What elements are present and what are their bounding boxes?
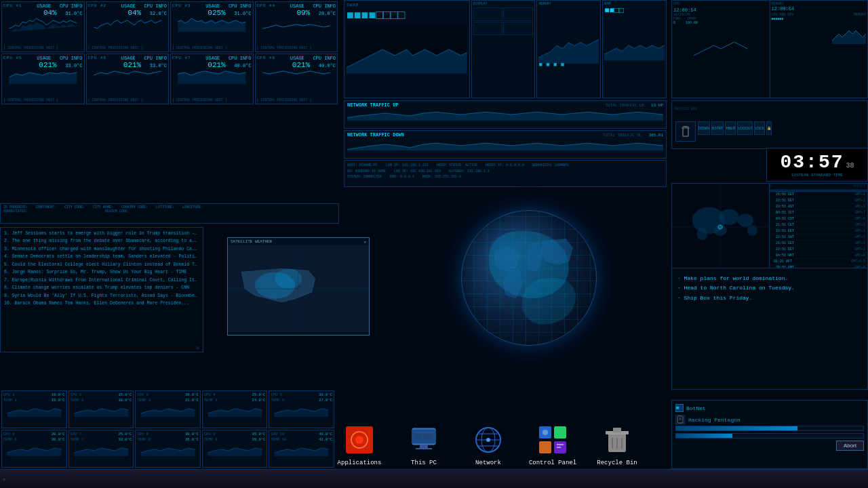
taskbar: ▶: [0, 469, 868, 488]
temp-row-0-1-1: TEMP 2 18.0°C: [71, 398, 132, 403]
temp-graph-0-0: [3, 403, 65, 417]
icon-img-applications: [342, 423, 376, 457]
cpu1-label: CPU #1: [3, 3, 22, 8]
cpu3-label: CPU #3: [172, 3, 191, 8]
temp-label-1-4-1: TEMP 10: [271, 437, 286, 442]
svg-marker-30: [7, 409, 61, 417]
satellite-map: [228, 245, 369, 332]
desktop-icon-control-panel[interactable]: Control Panel: [526, 423, 580, 466]
svg-rect-46: [416, 448, 432, 449]
hack-bar-2: [676, 434, 732, 438]
network-up-label: NETWORK TRAFFIC UP: [347, 102, 399, 108]
temp-graph-0-3: [204, 403, 266, 417]
svg-marker-31: [74, 409, 128, 417]
network-icon-svg: [471, 423, 505, 457]
temp-val-1-4-0: 40.0°C: [319, 432, 332, 436]
temp-row-1-2-1: TEMP 8 36.0°C: [137, 437, 199, 442]
cpu2-footer: [ CENTRAL PROCESSING UNIT ]: [88, 46, 143, 50]
cpu8-stats: USAGE CPU INFO021% 40.0°C: [290, 56, 336, 69]
swap-graph: [347, 22, 467, 77]
temp-label-1-0-0: CPU 6: [3, 432, 15, 436]
cpu4-stats: USAGE CPU INFO09% 28.0°C: [290, 3, 336, 17]
hber-button[interactable]: HBER: [725, 121, 736, 135]
desktop: CPU #1 USAGE CPU INFO04% 31.0°C [ CENTRA…: [0, 0, 868, 488]
svg-point-18: [738, 214, 754, 227]
globe-container: [400, 210, 658, 346]
news-refresh[interactable]: ↻: [196, 344, 199, 350]
hack-progress-1: [675, 426, 864, 431]
temp-label-0-3-1: TEMP 4: [204, 398, 218, 403]
temp-graph-1-1: [71, 443, 132, 456]
swap-label: SWAP: [347, 3, 467, 7]
temp-row-1-0-1: TEMP 6 30.0°C: [3, 437, 65, 442]
news-item-8: 9. Syria Would Be 'Ally' If U.S. Fights …: [4, 293, 199, 299]
svg-point-27: [275, 268, 302, 289]
cpu-monitor-2: CPU #2 USAGE CPU INFO04% 32.0°C [ CENTRA…: [86, 1, 170, 52]
taskbar-start[interactable]: ▶: [0, 476, 9, 482]
rstrt-button[interactable]: RSTRT: [711, 121, 724, 135]
temp-val-0-3-1: 24.0°C: [252, 398, 266, 403]
temp-val-1-2-1: 36.0°C: [185, 437, 199, 442]
temp-label-1-2-1: TEMP 8: [137, 437, 151, 442]
hack-bar-1: [676, 426, 797, 430]
bottom-temp-0-1: CPU 2 15.0°C TEMP 2 18.0°C: [68, 390, 134, 428]
icon-label-applications: Applications: [338, 460, 382, 466]
svg-marker-12: [832, 30, 866, 44]
temp-row-1-4-1: TEMP 10 42.0°C: [271, 437, 332, 442]
cpu3-stats: USAGE CPU INFO025% 31.0°C: [205, 3, 251, 17]
svg-marker-39: [275, 448, 329, 456]
news-item-5: 6. Jorge Ramos: Surprise Us, Mr. Trump, …: [4, 270, 199, 275]
recycle-bin-icon-svg: [600, 423, 634, 457]
desktop-icon-recycle-bin[interactable]: Recycle Bin: [590, 423, 644, 466]
network-up-graph: [347, 108, 663, 121]
down-button[interactable]: DOWN: [698, 121, 710, 135]
network-panels: NETWORK TRAFFIC UP TOTAL TRAFFIC UP 13 U…: [344, 100, 667, 188]
desktop-icon-this-pc[interactable]: This PC: [397, 423, 451, 466]
news-panel: 1. Jeff Sessions starts to emerge with b…: [0, 227, 203, 352]
temp-row-0-4-1: TEMP 5 27.0°C: [271, 398, 332, 403]
lock-button[interactable]: LOCK: [754, 121, 765, 135]
svg-point-15: [719, 209, 739, 225]
globe-continents: [462, 211, 596, 345]
temp-row-1-4-0: CPU 10 40.0°C: [271, 432, 332, 436]
satellite-close[interactable]: ✕: [363, 239, 366, 245]
icon-label-control-panel: Control Panel: [529, 460, 576, 466]
desktop-icon-network[interactable]: Network: [461, 423, 515, 466]
world-minimap: [671, 183, 770, 271]
temp-graph-1-0: [3, 443, 65, 456]
cpu-monitor-4: CPU #4 USAGE CPU INFO09% 28.0°C [ CENTRA…: [255, 1, 338, 52]
cpu8-footer: [ CENTRAL PROCESSING UNIT ]: [257, 98, 312, 102]
news-item-1: 2. The one thing missing from the debate…: [4, 239, 199, 244]
temp-val-1-0-1: 30.0°C: [52, 437, 65, 442]
temp-val-0-1-1: 18.0°C: [118, 398, 132, 403]
cpu5-footer: [ CENTRAL PROCESSING UNIT ]: [3, 98, 58, 102]
cpu7-label: CPU #7: [172, 56, 191, 60]
abort-button[interactable]: Abort: [836, 441, 864, 451]
mem-mini-graph: [832, 17, 866, 44]
memory-graph: [538, 6, 599, 67]
temp-label-0-1-0: CPU 2: [71, 392, 82, 397]
total-traffic-up-val: 13 UP: [651, 103, 663, 108]
os-info: OS: WINDOWS 10 HOME LAN IP: 192.168.101.…: [347, 169, 490, 174]
temp-row-0-2-1: TEMP 3 21.0°C: [137, 398, 199, 403]
temp-row-0-1-0: CPU 2 15.0°C: [71, 392, 132, 397]
logout-button[interactable]: LOGOUT: [737, 121, 753, 135]
svg-point-19: [747, 225, 757, 236]
bottom-temp-1-1: CPU 7 25.0°C TEMP 7 33.0°C: [68, 430, 134, 468]
temp-val-0-0-1: 15.0°C: [52, 398, 65, 403]
botnet-title: ■ BotNet: [675, 404, 864, 412]
recycle-display: [675, 121, 696, 142]
temp-val-1-2-0: 30.0°C: [185, 432, 199, 436]
svg-rect-58: [539, 441, 551, 453]
satellite-title-text: SATELLITE WEATHER: [231, 239, 272, 244]
temp-label-0-4-1: TEMP 5: [271, 398, 284, 403]
news-item-4: 5. Could the Electoral College elect Hil…: [4, 262, 199, 268]
lock-icon-button[interactable]: 🔒: [766, 121, 772, 135]
note-item-0: · Make plans for world domination.: [677, 274, 862, 283]
cpu-monitor-8: CPU #8 USAGE CPU INFO021% 40.0°C [ CENTR…: [255, 54, 338, 104]
bottom-temp-1-4: CPU 10 40.0°C TEMP 10 42.0°C: [269, 430, 334, 468]
desktop-icon-applications[interactable]: Applications: [332, 423, 387, 466]
cpu7-stats: USAGE CPU INFO021% 40.0°C: [205, 56, 251, 69]
panel-center3: RAM ■■□□: [602, 0, 667, 98]
clock-tz: EASTERN STANDARD TIME: [770, 173, 864, 178]
